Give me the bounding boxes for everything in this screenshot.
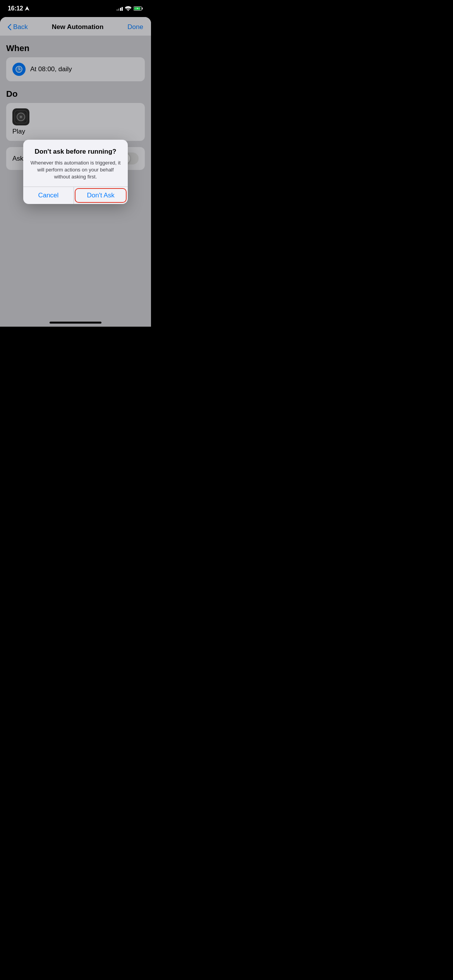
cancel-label: Cancel — [38, 192, 58, 199]
svg-rect-2 — [142, 8, 143, 10]
alert-dialog: Don't ask before running? Whenever this … — [23, 140, 128, 204]
alert-message: Whenever this automation is triggered, i… — [29, 159, 122, 181]
alert-title: Don't ask before running? — [29, 147, 122, 156]
svg-marker-0 — [25, 6, 29, 11]
status-time: 16:12 — [8, 5, 29, 12]
status-bar: 16:12 — [0, 0, 151, 17]
alert-content: Don't ask before running? Whenever this … — [23, 140, 128, 187]
status-icons — [117, 6, 144, 11]
wifi-icon — [125, 6, 131, 11]
time-display: 16:12 — [8, 5, 23, 12]
signal-icon — [117, 6, 123, 11]
location-icon — [25, 6, 29, 11]
button-divider — [74, 187, 74, 204]
dont-ask-label: Don't Ask — [87, 192, 114, 199]
battery-icon — [134, 6, 143, 11]
alert-overlay: Don't ask before running? Whenever this … — [0, 17, 151, 327]
main-content: Back New Automation Done When At 08:00, … — [0, 17, 151, 327]
alert-buttons: Cancel Don't Ask — [23, 187, 128, 204]
dont-ask-button[interactable]: Don't Ask — [75, 188, 127, 203]
cancel-button[interactable]: Cancel — [23, 187, 74, 204]
